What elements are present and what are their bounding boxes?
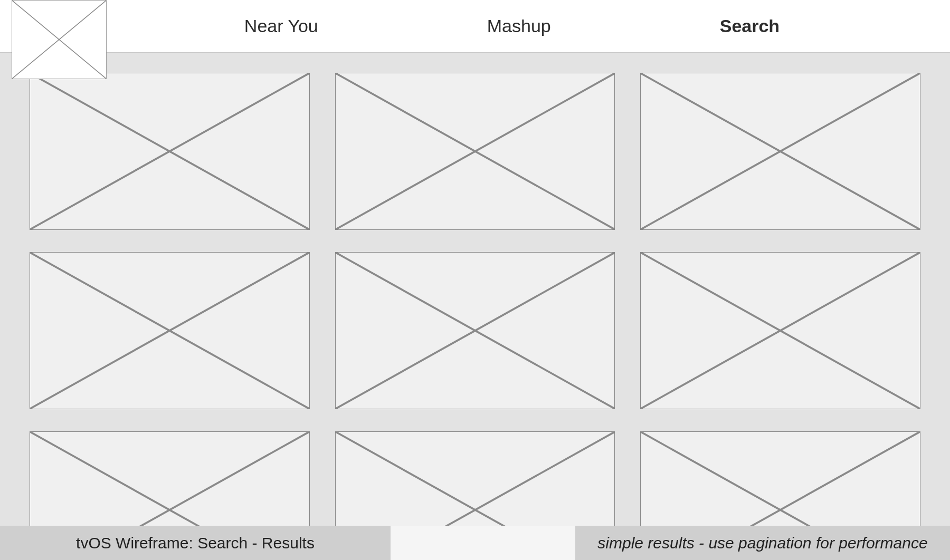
results-grid (30, 73, 920, 526)
result-card[interactable] (335, 431, 615, 526)
wireframe-title: tvOS Wireframe: Search - Results (0, 526, 391, 560)
svg-line-12 (30, 432, 309, 526)
footer-spacer (391, 526, 575, 560)
placeholder-image-icon (336, 253, 615, 409)
result-card[interactable] (640, 73, 920, 230)
svg-line-15 (336, 432, 615, 526)
svg-line-17 (641, 432, 920, 526)
result-card[interactable] (30, 73, 310, 230)
app-logo-placeholder[interactable] (12, 0, 107, 79)
placeholder-image-icon (641, 432, 920, 526)
result-card[interactable] (30, 252, 310, 409)
placeholder-image-icon (336, 432, 615, 526)
result-card[interactable] (30, 431, 310, 526)
result-card[interactable] (640, 431, 920, 526)
result-card[interactable] (335, 252, 615, 409)
wireframe-note: simple results - use pagination for perf… (575, 526, 950, 560)
tab-near-you[interactable]: Near You (244, 16, 318, 36)
tab-mashup[interactable]: Mashup (487, 16, 551, 36)
placeholder-image-icon (336, 73, 615, 229)
placeholder-image-icon (641, 73, 920, 229)
annotation-footer: tvOS Wireframe: Search - Results simple … (0, 526, 950, 560)
placeholder-image-icon (30, 253, 309, 409)
result-card[interactable] (640, 252, 920, 409)
tab-search[interactable]: Search (720, 16, 780, 36)
svg-line-14 (336, 432, 615, 526)
placeholder-image-icon (30, 73, 309, 229)
placeholder-image-icon (30, 432, 309, 526)
svg-line-16 (641, 432, 920, 526)
top-navbar: Near You Mashup Search (0, 0, 950, 53)
screen-root: Near You Mashup Search tvOS Wireframe: S… (0, 0, 950, 560)
tab-strip: Near You Mashup Search (0, 16, 950, 36)
svg-line-13 (30, 432, 309, 526)
result-card[interactable] (335, 73, 615, 230)
placeholder-image-icon (12, 1, 106, 79)
placeholder-image-icon (641, 253, 920, 409)
